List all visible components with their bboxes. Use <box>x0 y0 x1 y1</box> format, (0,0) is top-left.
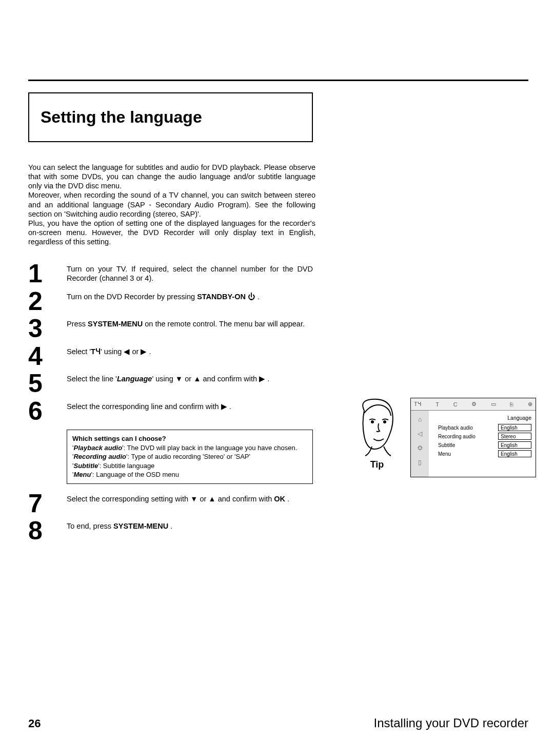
step-7: 7 Select the corresponding setting with … <box>28 492 528 516</box>
tool-icon: TꞍ <box>91 347 101 356</box>
osd-label: Menu <box>438 451 451 457</box>
step-text: To end, press SYSTEM-MENU . <box>67 519 313 531</box>
osd-topbar: TꞍ T C ⚙ ▭ ⎘ ⊕ <box>411 398 536 411</box>
intro-text: You can select the language for subtitle… <box>28 163 315 246</box>
osd-side-icon: ▯ <box>418 459 422 466</box>
footer-title: Installing your DVD recorder <box>374 716 528 730</box>
osd-panel: TꞍ T C ⚙ ▭ ⎘ ⊕ ⌂ ◁ ⯐ ▯ Language Playba <box>410 398 536 477</box>
svg-point-1 <box>384 421 386 423</box>
osd-top-icon: T <box>436 401 439 408</box>
osd-value: Stereo <box>498 433 531 440</box>
step-text: Turn on the DVD Recorder by pressing STA… <box>67 289 313 301</box>
osd-top-icon: TꞍ <box>414 401 422 408</box>
step-3: 3 Press SYSTEM-MENU on the remote contro… <box>28 317 528 341</box>
step-number: 7 <box>28 492 67 516</box>
osd-top-icon: ⎘ <box>510 401 513 408</box>
step-text: Select 'TꞍ' using ◀ or ▶ . <box>67 344 313 356</box>
svg-point-0 <box>371 421 373 423</box>
osd-row: Playback audio English <box>438 424 531 431</box>
intro-p1: You can select the language for subtitle… <box>28 163 315 190</box>
steps-area: 1 Turn on your TV. If required, select t… <box>28 262 528 544</box>
tip-label: Tip <box>351 459 403 470</box>
step-number: 6 <box>28 399 67 424</box>
intro-p3: Plus, you have the option of setting one… <box>28 219 315 246</box>
step-text: Select the corresponding setting with ▼ … <box>67 492 313 503</box>
osd-top-icon: C <box>453 401 458 408</box>
page-footer: 26 Installing your DVD recorder <box>28 716 528 730</box>
step-number: 8 <box>28 519 67 544</box>
osd-label: Subtitle <box>438 442 455 448</box>
osd-top-icon: ▭ <box>491 401 496 408</box>
osd-top-icon: ⚙ <box>471 401 477 408</box>
step-text: Select the corresponding line and confir… <box>67 399 313 411</box>
step-5: 5 Select the line 'Language' using ▼ or … <box>28 372 528 396</box>
osd-side-icon: ⯐ <box>417 444 423 452</box>
osd-row: Menu English <box>438 450 531 457</box>
osd-value: English <box>498 441 531 449</box>
osd-side-icon: ⌂ <box>418 416 422 423</box>
top-rule <box>28 80 528 81</box>
page-number: 26 <box>28 717 41 730</box>
step-number: 2 <box>28 289 67 314</box>
tip-heading: Which settings can I choose? <box>72 435 166 442</box>
osd-sidebar: ⌂ ◁ ⯐ ▯ <box>411 411 429 477</box>
step-4: 4 Select 'TꞍ' using ◀ or ▶ . <box>28 344 528 369</box>
osd-row: Recording audio Stereo <box>438 433 531 440</box>
tip-box: Which settings can I choose? 'Playback a… <box>67 430 313 484</box>
step-text: Select the line 'Language' using ▼ or ▲ … <box>67 372 313 383</box>
osd-side-icon: ◁ <box>418 430 422 437</box>
step-8: 8 To end, press SYSTEM-MENU . <box>28 519 528 544</box>
step-1: 1 Turn on your TV. If required, select t… <box>28 262 528 286</box>
step-2: 2 Turn on the DVD Recorder by pressing S… <box>28 289 528 314</box>
step-number: 1 <box>28 262 67 286</box>
tip-item: 'Subtitle': Subtitle language <box>72 462 154 470</box>
osd-row: Subtitle English <box>438 441 531 449</box>
osd-body: ⌂ ◁ ⯐ ▯ Language Playback audio English … <box>411 411 536 477</box>
osd-value: English <box>498 450 531 457</box>
osd-label: Recording audio <box>438 434 476 439</box>
osd-top-icon: ⊕ <box>528 401 532 408</box>
tip-item: 'Playback audio': The DVD will play back… <box>72 444 297 452</box>
tip-item: 'Recording audio': Type of audio recordi… <box>72 453 250 460</box>
step-number: 3 <box>28 317 67 341</box>
intro-p2: Moreover, when recording the sound of a … <box>28 190 315 218</box>
step-number: 4 <box>28 344 67 369</box>
osd-label: Playback audio <box>438 425 473 431</box>
osd-value: English <box>498 424 531 431</box>
tip-item: 'Menu': Language of the OSD menu <box>72 471 179 478</box>
step-text: Press SYSTEM-MENU on the remote control.… <box>67 317 313 328</box>
step-text: Turn on your TV. If required, select the… <box>67 262 313 283</box>
step-number: 5 <box>28 372 67 396</box>
section-title-box: Setting the language <box>28 92 313 142</box>
osd-heading: Language <box>438 415 531 421</box>
face-illustration-icon <box>354 395 400 457</box>
tip-figure: Tip <box>351 395 403 470</box>
osd-content: Language Playback audio English Recordin… <box>429 411 536 477</box>
section-title: Setting the language <box>41 108 296 127</box>
